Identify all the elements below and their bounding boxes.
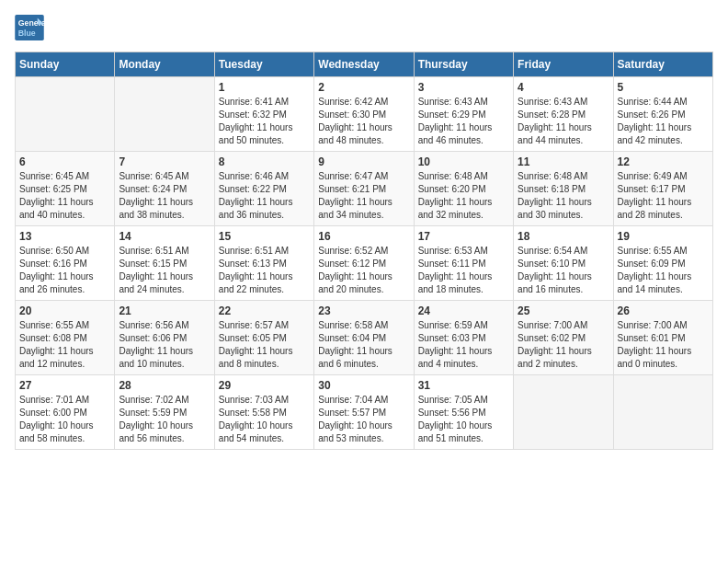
day-number: 30: [318, 379, 409, 392]
day-info: Sunrise: 6:56 AM Sunset: 6:06 PM Dayligh…: [119, 319, 210, 371]
day-info: Sunrise: 6:58 AM Sunset: 6:04 PM Dayligh…: [318, 319, 409, 371]
day-info: Sunrise: 6:48 AM Sunset: 6:18 PM Dayligh…: [518, 170, 609, 222]
calendar-cell: 3Sunrise: 6:43 AM Sunset: 6:29 PM Daylig…: [414, 77, 513, 152]
calendar-cell: [613, 375, 712, 450]
calendar-cell: 12Sunrise: 6:49 AM Sunset: 6:17 PM Dayli…: [613, 152, 712, 226]
day-info: Sunrise: 6:51 AM Sunset: 6:13 PM Dayligh…: [219, 245, 310, 296]
day-info: Sunrise: 6:55 AM Sunset: 6:09 PM Dayligh…: [618, 245, 709, 296]
weekday-header-row: SundayMondayTuesdayWednesdayThursdayFrid…: [16, 52, 713, 77]
day-number: 23: [318, 304, 409, 317]
calendar-cell: 24Sunrise: 6:59 AM Sunset: 6:03 PM Dayli…: [414, 301, 513, 375]
calendar-cell: 30Sunrise: 7:04 AM Sunset: 5:57 PM Dayli…: [314, 375, 414, 450]
calendar-cell: 15Sunrise: 6:51 AM Sunset: 6:13 PM Dayli…: [214, 226, 313, 301]
calendar-cell: 7Sunrise: 6:45 AM Sunset: 6:24 PM Daylig…: [115, 152, 214, 226]
logo: General Blue: [15, 15, 44, 40]
day-info: Sunrise: 7:01 AM Sunset: 6:00 PM Dayligh…: [19, 394, 110, 445]
day-number: 21: [119, 304, 210, 317]
calendar-cell: 19Sunrise: 6:55 AM Sunset: 6:09 PM Dayli…: [613, 226, 712, 301]
day-info: Sunrise: 7:03 AM Sunset: 5:58 PM Dayligh…: [219, 394, 310, 445]
day-info: Sunrise: 6:46 AM Sunset: 6:22 PM Dayligh…: [219, 170, 310, 222]
day-number: 15: [219, 230, 310, 243]
calendar-cell: 8Sunrise: 6:46 AM Sunset: 6:22 PM Daylig…: [214, 152, 313, 226]
day-number: 12: [618, 155, 709, 168]
weekday-header-monday: Monday: [115, 52, 214, 77]
day-number: 28: [119, 379, 210, 392]
calendar-week-5: 27Sunrise: 7:01 AM Sunset: 6:00 PM Dayli…: [16, 375, 713, 450]
calendar-cell: 31Sunrise: 7:05 AM Sunset: 5:56 PM Dayli…: [414, 375, 513, 450]
day-number: 6: [19, 155, 110, 168]
weekday-header-sunday: Sunday: [16, 52, 115, 77]
calendar-week-3: 13Sunrise: 6:50 AM Sunset: 6:16 PM Dayli…: [16, 226, 713, 301]
day-info: Sunrise: 6:49 AM Sunset: 6:17 PM Dayligh…: [618, 170, 709, 222]
day-info: Sunrise: 6:43 AM Sunset: 6:28 PM Dayligh…: [518, 96, 609, 147]
calendar-header: SundayMondayTuesdayWednesdayThursdayFrid…: [16, 52, 713, 77]
weekday-header-saturday: Saturday: [613, 52, 712, 77]
day-info: Sunrise: 7:05 AM Sunset: 5:56 PM Dayligh…: [418, 394, 509, 445]
day-number: 2: [318, 81, 409, 94]
calendar-week-4: 20Sunrise: 6:55 AM Sunset: 6:08 PM Dayli…: [16, 301, 713, 375]
calendar-cell: 2Sunrise: 6:42 AM Sunset: 6:30 PM Daylig…: [314, 77, 414, 152]
day-number: 13: [19, 230, 110, 243]
day-number: 10: [418, 155, 509, 168]
day-number: 19: [618, 230, 709, 243]
calendar-cell: 18Sunrise: 6:54 AM Sunset: 6:10 PM Dayli…: [514, 226, 613, 301]
day-info: Sunrise: 6:50 AM Sunset: 6:16 PM Dayligh…: [19, 245, 110, 296]
calendar-cell: [16, 77, 115, 152]
weekday-header-friday: Friday: [514, 52, 613, 77]
day-number: 3: [418, 81, 509, 94]
day-number: 22: [219, 304, 310, 317]
day-info: Sunrise: 7:04 AM Sunset: 5:57 PM Dayligh…: [318, 394, 409, 445]
day-info: Sunrise: 6:44 AM Sunset: 6:26 PM Dayligh…: [618, 96, 709, 147]
calendar-cell: 27Sunrise: 7:01 AM Sunset: 6:00 PM Dayli…: [16, 375, 115, 450]
calendar-cell: 9Sunrise: 6:47 AM Sunset: 6:21 PM Daylig…: [314, 152, 414, 226]
day-info: Sunrise: 7:00 AM Sunset: 6:01 PM Dayligh…: [618, 319, 709, 371]
day-number: 20: [19, 304, 110, 317]
calendar-cell: 20Sunrise: 6:55 AM Sunset: 6:08 PM Dayli…: [16, 301, 115, 375]
calendar-cell: 26Sunrise: 7:00 AM Sunset: 6:01 PM Dayli…: [613, 301, 712, 375]
calendar-cell: 13Sunrise: 6:50 AM Sunset: 6:16 PM Dayli…: [16, 226, 115, 301]
day-info: Sunrise: 6:41 AM Sunset: 6:32 PM Dayligh…: [219, 96, 310, 147]
day-number: 8: [219, 155, 310, 168]
calendar-cell: 1Sunrise: 6:41 AM Sunset: 6:32 PM Daylig…: [214, 77, 313, 152]
day-number: 16: [318, 230, 409, 243]
calendar-cell: 5Sunrise: 6:44 AM Sunset: 6:26 PM Daylig…: [613, 77, 712, 152]
calendar-cell: 29Sunrise: 7:03 AM Sunset: 5:58 PM Dayli…: [214, 375, 313, 450]
day-info: Sunrise: 6:48 AM Sunset: 6:20 PM Dayligh…: [418, 170, 509, 222]
day-info: Sunrise: 6:47 AM Sunset: 6:21 PM Dayligh…: [318, 170, 409, 222]
calendar-cell: 11Sunrise: 6:48 AM Sunset: 6:18 PM Dayli…: [514, 152, 613, 226]
calendar-body: 1Sunrise: 6:41 AM Sunset: 6:32 PM Daylig…: [16, 77, 713, 450]
day-info: Sunrise: 6:51 AM Sunset: 6:15 PM Dayligh…: [119, 245, 210, 296]
calendar-cell: 16Sunrise: 6:52 AM Sunset: 6:12 PM Dayli…: [314, 226, 414, 301]
day-number: 1: [219, 81, 310, 94]
day-info: Sunrise: 6:59 AM Sunset: 6:03 PM Dayligh…: [418, 319, 509, 371]
day-info: Sunrise: 6:53 AM Sunset: 6:11 PM Dayligh…: [418, 245, 509, 296]
calendar-cell: [115, 77, 214, 152]
page-header: General Blue: [15, 15, 713, 40]
day-number: 14: [119, 230, 210, 243]
calendar-cell: 17Sunrise: 6:53 AM Sunset: 6:11 PM Dayli…: [414, 226, 513, 301]
calendar-cell: 4Sunrise: 6:43 AM Sunset: 6:28 PM Daylig…: [514, 77, 613, 152]
day-info: Sunrise: 6:43 AM Sunset: 6:29 PM Dayligh…: [418, 96, 509, 147]
calendar-cell: 10Sunrise: 6:48 AM Sunset: 6:20 PM Dayli…: [414, 152, 513, 226]
day-info: Sunrise: 6:52 AM Sunset: 6:12 PM Dayligh…: [318, 245, 409, 296]
day-number: 4: [518, 81, 609, 94]
logo-icon: General Blue: [15, 15, 44, 40]
calendar-cell: 23Sunrise: 6:58 AM Sunset: 6:04 PM Dayli…: [314, 301, 414, 375]
weekday-header-wednesday: Wednesday: [314, 52, 414, 77]
calendar-cell: 14Sunrise: 6:51 AM Sunset: 6:15 PM Dayli…: [115, 226, 214, 301]
day-number: 24: [418, 304, 509, 317]
day-info: Sunrise: 6:55 AM Sunset: 6:08 PM Dayligh…: [19, 319, 110, 371]
day-number: 26: [618, 304, 709, 317]
day-info: Sunrise: 7:00 AM Sunset: 6:02 PM Dayligh…: [518, 319, 609, 371]
calendar-cell: 25Sunrise: 7:00 AM Sunset: 6:02 PM Dayli…: [514, 301, 613, 375]
weekday-header-tuesday: Tuesday: [214, 52, 313, 77]
calendar-cell: 6Sunrise: 6:45 AM Sunset: 6:25 PM Daylig…: [16, 152, 115, 226]
day-number: 25: [518, 304, 609, 317]
day-number: 5: [618, 81, 709, 94]
day-info: Sunrise: 6:54 AM Sunset: 6:10 PM Dayligh…: [518, 245, 609, 296]
svg-text:Blue: Blue: [18, 29, 36, 38]
day-info: Sunrise: 6:42 AM Sunset: 6:30 PM Dayligh…: [318, 96, 409, 147]
calendar-table: SundayMondayTuesdayWednesdayThursdayFrid…: [15, 52, 713, 450]
day-info: Sunrise: 6:57 AM Sunset: 6:05 PM Dayligh…: [219, 319, 310, 371]
day-number: 31: [418, 379, 509, 392]
